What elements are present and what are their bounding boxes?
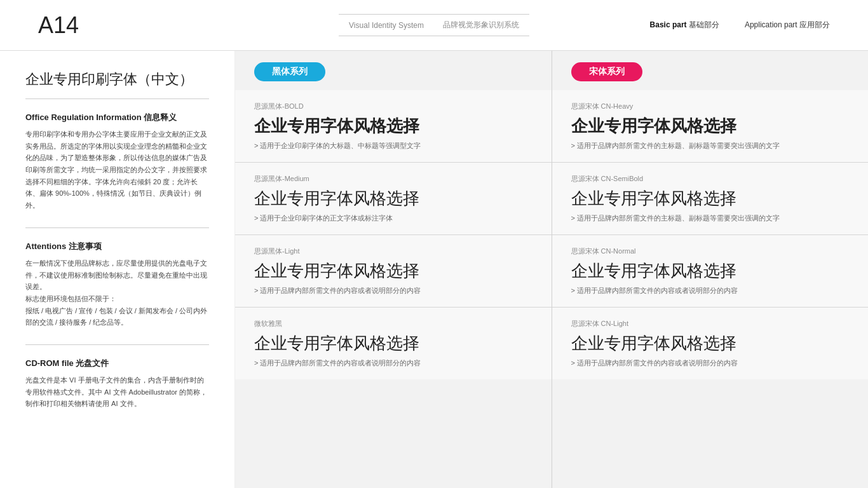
heiti-header: 黑体系列 — [235, 51, 552, 90]
songti-font-light: 思源宋体 CN-Light 企业专用字体风格选择 > 适用于品牌内部所需文件的内… — [552, 308, 869, 379]
sidebar-divider-2 — [25, 344, 209, 345]
header-nav: Basic part 基础部分 Application part 应用部分 — [650, 20, 830, 30]
heiti-bold-name: 思源黑体-BOLD — [254, 102, 532, 111]
songti-font-heavy: 思源宋体 CN-Heavy 企业专用字体风格选择 > 适用于品牌内部所需文件的主… — [552, 90, 869, 163]
sidebar-section-attentions: Attentions 注意事项 在一般情况下使用品牌标志，应尽量使用提供的光盘电… — [25, 241, 209, 329]
heiti-medium-desc: > 适用于企业印刷字体的正文字体或标注字体 — [254, 214, 532, 223]
sidebar-section-regulation-body: 专用印刷字体和专用办公字体主要应用于企业文献的正文及实务用品。所选定的字体用以实… — [25, 128, 209, 212]
songti-normal-desc: > 适用于品牌内部所需文件的内容或者说明部分的内容 — [571, 286, 850, 295]
songti-font-sections: 思源宋体 CN-Heavy 企业专用字体风格选择 > 适用于品牌内部所需文件的主… — [552, 90, 869, 488]
songti-font-semibold: 思源宋体 CN-SemiBold 企业专用字体风格选择 > 适用于品牌内部所需文… — [552, 163, 869, 235]
sidebar-title: 企业专用印刷字体（中文） — [25, 70, 209, 99]
content-songti: 宋体系列 思源宋体 CN-Heavy 企业专用字体风格选择 > 适用于品牌内部所… — [552, 51, 869, 488]
heiti-badge: 黑体系列 — [254, 62, 325, 81]
nav-application-part[interactable]: Application part 应用部分 — [745, 20, 830, 30]
heiti-font-medium: 思源黑体-Medium 企业专用字体风格选择 > 适用于企业印刷字体的正文字体或… — [235, 163, 552, 235]
heiti-font-light: 思源黑体-Light 企业专用字体风格选择 > 适用于品牌内部所需文件的内容或者… — [235, 235, 552, 308]
heiti-light-name: 思源黑体-Light — [254, 247, 532, 256]
page-logo: A14 — [38, 12, 165, 39]
header-center-block: Visual Identity System 品牌视觉形象识别系统 — [339, 14, 529, 36]
songti-badge: 宋体系列 — [571, 62, 642, 81]
sidebar-section-cdrom-title: CD-ROM file 光盘文件 — [25, 358, 209, 369]
sidebar-section-cdrom-body: 光盘文件是本 VI 手册电子文件的集合，内含手册制作时的专用软件格式文件。其中 … — [25, 374, 209, 410]
weihei-desc: > 适用于品牌内部所需文件的内容或者说明部分的内容 — [254, 358, 532, 368]
content-heiti: 黑体系列 思源黑体-BOLD 企业专用字体风格选择 > 适用于企业印刷字体的大标… — [235, 51, 552, 488]
songti-light-desc: > 适用于品牌内部所需文件的内容或者说明部分的内容 — [571, 358, 850, 368]
page-header: A14 Visual Identity System 品牌视觉形象识别系统 Ba… — [0, 0, 868, 51]
songti-heavy-desc: > 适用于品牌内部所需文件的主标题、副标题等需要突出强调的文字 — [571, 141, 850, 151]
heiti-medium-sample: 企业专用字体风格选择 — [254, 187, 532, 210]
sidebar-section-attentions-title: Attentions 注意事项 — [25, 241, 209, 252]
sidebar-section-attentions-body: 在一般情况下使用品牌标志，应尽量使用提供的光盘电子文件，不建议使用标准制图绘制标… — [25, 257, 209, 329]
nav-basic-part[interactable]: Basic part 基础部分 — [650, 20, 719, 30]
header-bottom-rule — [339, 36, 529, 36]
sidebar-section-regulation: Office Regulation Information 信息释义 专用印刷字… — [25, 112, 209, 212]
header-title-en: Visual Identity System — [349, 21, 424, 30]
header-title-cn: 品牌视觉形象识别系统 — [443, 20, 519, 30]
songti-normal-sample: 企业专用字体风格选择 — [571, 260, 850, 282]
heiti-bold-sample: 企业专用字体风格选择 — [254, 115, 532, 137]
songti-heavy-sample: 企业专用字体风格选择 — [571, 115, 850, 137]
content-area: 黑体系列 思源黑体-BOLD 企业专用字体风格选择 > 适用于企业印刷字体的大标… — [235, 51, 868, 488]
songti-light-name: 思源宋体 CN-Light — [571, 319, 850, 329]
sidebar-divider-1 — [25, 227, 209, 228]
songti-semibold-name: 思源宋体 CN-SemiBold — [571, 174, 850, 184]
header-titles: Visual Identity System 品牌视觉形象识别系统 — [349, 20, 519, 30]
songti-header: 宋体系列 — [552, 51, 869, 90]
sidebar-section-regulation-title: Office Regulation Information 信息释义 — [25, 112, 209, 123]
header-top-rule — [339, 14, 529, 15]
heiti-medium-name: 思源黑体-Medium — [254, 174, 532, 184]
songti-semibold-sample: 企业专用字体风格选择 — [571, 187, 850, 210]
heiti-light-desc: > 适用于品牌内部所需文件的内容或者说明部分的内容 — [254, 286, 532, 295]
heiti-font-weihei: 微软雅黑 企业专用字体风格选择 > 适用于品牌内部所需文件的内容或者说明部分的内… — [235, 308, 552, 379]
main-layout: 企业专用印刷字体（中文） Office Regulation Informati… — [0, 51, 868, 488]
heiti-font-sections: 思源黑体-BOLD 企业专用字体风格选择 > 适用于企业印刷字体的大标题、中标题… — [235, 90, 552, 488]
heiti-font-bold: 思源黑体-BOLD 企业专用字体风格选择 > 适用于企业印刷字体的大标题、中标题… — [235, 90, 552, 163]
sidebar-section-cdrom: CD-ROM file 光盘文件 光盘文件是本 VI 手册电子文件的集合，内含手… — [25, 358, 209, 410]
weihei-sample: 企业专用字体风格选择 — [254, 332, 532, 355]
songti-light-sample: 企业专用字体风格选择 — [571, 332, 850, 355]
weihei-name: 微软雅黑 — [254, 319, 532, 329]
songti-heavy-name: 思源宋体 CN-Heavy — [571, 102, 850, 111]
songti-font-normal: 思源宋体 CN-Normal 企业专用字体风格选择 > 适用于品牌内部所需文件的… — [552, 235, 869, 308]
sidebar: 企业专用印刷字体（中文） Office Regulation Informati… — [0, 51, 235, 488]
songti-normal-name: 思源宋体 CN-Normal — [571, 247, 850, 256]
heiti-bold-desc: > 适用于企业印刷字体的大标题、中标题等强调型文字 — [254, 141, 532, 151]
heiti-light-sample: 企业专用字体风格选择 — [254, 260, 532, 282]
songti-semibold-desc: > 适用于品牌内部所需文件的主标题、副标题等需要突出强调的文字 — [571, 214, 850, 223]
